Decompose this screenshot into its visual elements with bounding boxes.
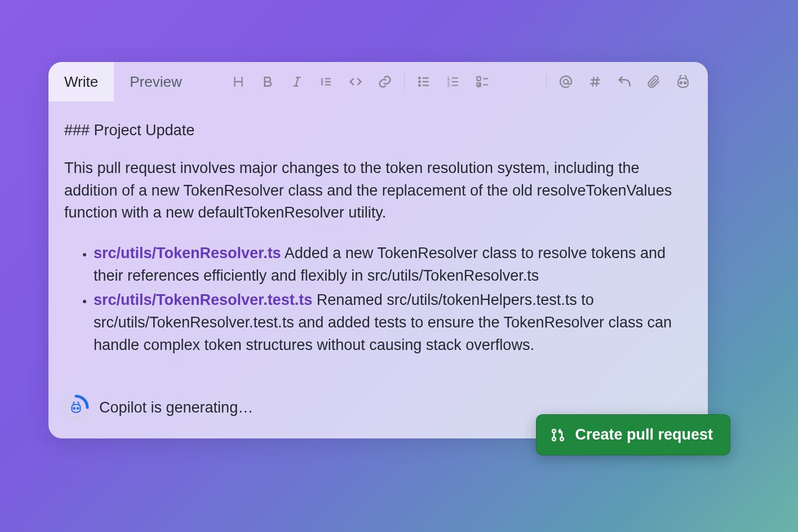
copilot-status-row: Copilot is generating… — [63, 394, 253, 420]
tab-preview-label: Preview — [130, 73, 181, 91]
copilot-spinner — [63, 394, 89, 420]
list-item: src/utils/TokenResolver.ts Added a new T… — [94, 242, 692, 287]
cta-label: Create pull request — [575, 426, 713, 444]
reply-icon[interactable] — [612, 69, 637, 94]
mention-icon[interactable] — [553, 69, 578, 94]
svg-rect-6 — [477, 77, 481, 81]
editor-toolbar: Write Preview — [48, 62, 708, 101]
svg-point-16 — [561, 437, 564, 441]
pull-request-icon — [550, 427, 566, 443]
create-pull-request-button[interactable]: Create pull request — [536, 414, 730, 455]
bold-icon[interactable] — [255, 69, 280, 94]
quote-icon[interactable] — [314, 69, 339, 94]
toolbar-divider — [546, 74, 547, 90]
tab-write-label: Write — [64, 73, 98, 91]
list-item: src/utils/TokenResolver.test.ts Renamed … — [94, 289, 692, 356]
toolbar-divider — [404, 74, 405, 90]
file-link[interactable]: src/utils/TokenResolver.test.ts — [94, 291, 312, 308]
italic-icon[interactable] — [285, 69, 309, 94]
hash-icon[interactable] — [583, 69, 608, 94]
svg-point-8 — [564, 79, 568, 84]
svg-point-9 — [680, 82, 682, 83]
markdown-heading: ### Project Update — [64, 122, 692, 139]
link-icon[interactable] — [373, 69, 397, 94]
markdown-paragraph: This pull request involves major changes… — [64, 157, 692, 224]
svg-text:3: 3 — [447, 82, 450, 88]
code-icon[interactable] — [343, 69, 368, 94]
numbered-list-icon[interactable]: 123 — [441, 69, 466, 94]
attach-icon[interactable] — [641, 69, 666, 94]
tab-preview[interactable]: Preview — [114, 62, 197, 101]
heading-icon[interactable] — [226, 69, 251, 94]
svg-point-1 — [419, 81, 420, 83]
bulleted-list-icon[interactable] — [411, 69, 436, 94]
formatting-toolbar: 123 — [226, 69, 495, 94]
svg-point-2 — [419, 85, 420, 86]
tab-write[interactable]: Write — [48, 62, 114, 101]
svg-point-0 — [419, 77, 420, 79]
copilot-icon[interactable] — [671, 69, 695, 94]
markdown-editor-panel: Write Preview — [48, 62, 708, 438]
svg-point-14 — [553, 429, 556, 433]
svg-point-10 — [684, 82, 686, 83]
markdown-bullet-list: src/utils/TokenResolver.ts Added a new T… — [64, 242, 692, 356]
file-link[interactable]: src/utils/TokenResolver.ts — [94, 245, 281, 261]
editor-content[interactable]: ### Project Update This pull request inv… — [48, 101, 708, 357]
task-list-icon[interactable] — [470, 69, 495, 94]
copilot-status-text: Copilot is generating… — [99, 399, 253, 416]
toolbar-right-group — [544, 69, 703, 94]
svg-point-15 — [553, 437, 556, 441]
